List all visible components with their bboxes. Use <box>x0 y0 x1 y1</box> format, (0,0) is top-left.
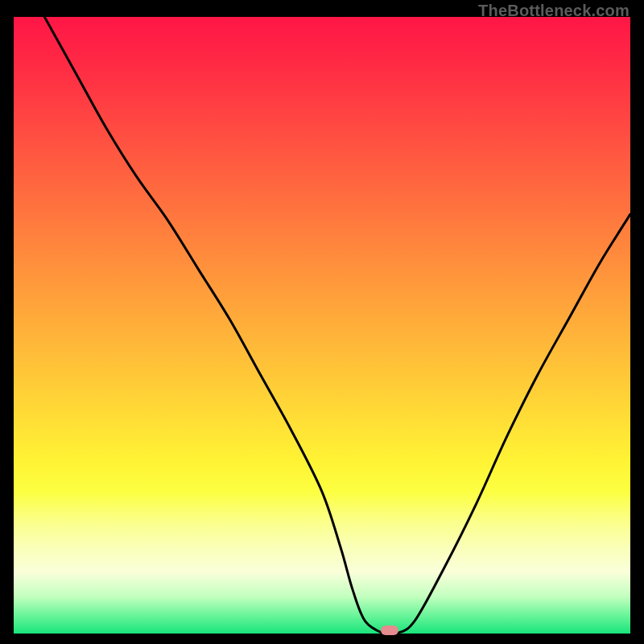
curve-svg <box>14 17 630 634</box>
bottleneck-curve <box>44 17 630 635</box>
chart-frame: TheBottleneck.com <box>0 0 644 644</box>
plot-area <box>14 17 630 634</box>
optimal-marker <box>381 625 398 635</box>
